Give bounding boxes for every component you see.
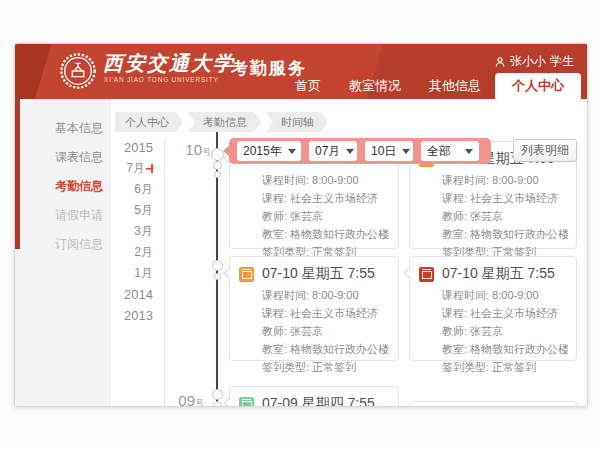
chevron-down-icon [346,149,354,154]
card-field-signin-type: 签到类型: 正常签到 [442,358,568,376]
timeline-day-label-10: 10号 [179,141,211,159]
content-area: 基本信息 课表信息 考勤信息 请假申请 订阅信息 个人中心 考勤信息 时间轴 2… [15,99,587,407]
timeline-dot [214,171,221,178]
attendance-card[interactable]: 07-10 星期五 7:55 课程时间: 8:00-9:00 课程: 社会主义市… [229,256,399,361]
rail-month-current[interactable]: 7月 [111,158,153,179]
status-icon [239,267,254,282]
type-dropdown[interactable]: 全部 [421,141,479,161]
timeline-dot [212,389,223,400]
breadcrumb-timeline[interactable]: 时间轴 [266,112,328,132]
university-name-zh: 西安交通大学 [103,50,235,77]
card-field-course-time: 课程时间: 8:00-9:00 [442,286,568,304]
month-rail-divider [164,139,165,407]
card-field-classroom: 教室: 格物致知行政办公楼 [442,340,568,358]
card-field-course-time: 课程时间: 8:00-9:00 [262,171,390,189]
sidebar-item-attendance-info[interactable]: 考勤信息 [15,172,111,201]
month-dropdown[interactable]: 07月 [309,141,357,161]
breadcrumb-personal-center[interactable]: 个人中心 [115,112,183,132]
chevron-down-icon [402,149,410,154]
filter-bar: 2015年 07月 10日 全部 [229,138,491,164]
card-field-course: 课程: 社会主义市场经济 [262,304,390,322]
card-title: 07-09 星期四 7:55 [262,395,375,407]
card-field-course-time: 课程时间: 8:00-9:00 [442,171,568,189]
rail-year[interactable]: 2015 [111,137,153,158]
breadcrumb: 个人中心 考勤信息 时间轴 [115,112,328,132]
attendance-card[interactable]: 07-09 星期四 7:55 [229,386,399,407]
card-field-teacher: 教师: 张芸京 [262,207,390,225]
status-icon [419,267,434,282]
main-nav: 首页 教室情况 其他信息 个人中心 [281,73,581,99]
chevron-down-icon [465,149,473,154]
user-icon [494,56,506,68]
timeline-dot [213,161,222,170]
rail-month[interactable]: 6月 [111,179,153,200]
app-window: 西安交通大学 XI'AN JIAO TONG UNIVERSITY 考勤服务 张… [14,43,588,407]
card-title: 07-10 星期五 7:55 [262,265,375,283]
card-field-teacher: 教师: 张芸京 [442,207,568,225]
year-dropdown[interactable]: 2015年 [237,141,301,161]
timeline-dot [213,401,222,407]
nav-item-home[interactable]: 首页 [281,73,335,99]
timeline-rail: 2015 7月 6月 5月 3月 2月 1月 2014 2013 [111,137,159,326]
timeline-dot [214,273,221,280]
attendance-card[interactable]: 07-10 星期五 7:55 课程时间: 8:00-9:00 课程: 社会主义市… [409,256,577,361]
university-name-en: XI'AN JIAO TONG UNIVERSITY [104,76,219,83]
left-red-stripe-decoration [15,99,20,249]
sidebar-item-leave-request[interactable]: 请假申请 [15,201,111,230]
timeline-day-label-09: 09号 [172,392,204,407]
user-role: 学生 [550,53,574,70]
card-field-course: 课程: 社会主义市场经济 [442,304,568,322]
current-month-marker [146,164,153,173]
card-field-classroom: 教室: 格物致知行政办公楼 [442,225,568,243]
sidebar-item-timetable-info[interactable]: 课表信息 [15,143,111,172]
status-icon [239,397,254,408]
list-detail-button[interactable]: 列表明细 [513,139,577,162]
card-field-signin-type: 签到类型: 正常签到 [262,358,390,376]
rail-year[interactable]: 2014 [111,284,153,305]
timeline-dot [212,260,223,271]
day-dropdown[interactable]: 10日 [365,141,413,161]
rail-year[interactable]: 2013 [111,305,153,326]
card-field-teacher: 教师: 张芸京 [262,322,390,340]
rail-month[interactable]: 2月 [111,242,153,263]
sidebar: 基本信息 课表信息 考勤信息 请假申请 订阅信息 [15,99,111,407]
card-field-classroom: 教室: 格物致知行政办公楼 [262,340,390,358]
rail-month[interactable]: 1月 [111,263,153,284]
chevron-down-icon [288,149,296,154]
nav-item-personal-center[interactable]: 个人中心 [495,73,581,99]
page: 西安交通大学 XI'AN JIAO TONG UNIVERSITY 考勤服务 张… [0,0,600,450]
user-info[interactable]: 张小小 学生 [494,53,574,70]
rail-month[interactable]: 3月 [111,221,153,242]
card-field-teacher: 教师: 张芸京 [442,322,568,340]
breadcrumb-attendance-info[interactable]: 考勤信息 [188,112,261,132]
university-logo-icon [59,52,97,90]
card-field-course-time: 课程时间: 8:00-9:00 [262,286,390,304]
sidebar-item-basic-info[interactable]: 基本信息 [15,114,111,143]
sidebar-item-subscription-info[interactable]: 订阅信息 [15,230,111,259]
card-field-course: 课程: 社会主义市场经济 [442,189,568,207]
card-field-classroom: 教室: 格物致知行政办公楼 [262,225,390,243]
card-title: 07-10 星期五 7:55 [442,265,555,283]
rail-month[interactable]: 5月 [111,200,153,221]
nav-item-other-info[interactable]: 其他信息 [415,73,495,99]
attendance-card[interactable] [409,401,577,407]
user-name: 张小小 [510,53,546,70]
card-field-course: 课程: 社会主义市场经济 [262,189,390,207]
nav-item-classrooms[interactable]: 教室情况 [335,73,415,99]
app-header: 西安交通大学 XI'AN JIAO TONG UNIVERSITY 考勤服务 张… [15,44,587,99]
